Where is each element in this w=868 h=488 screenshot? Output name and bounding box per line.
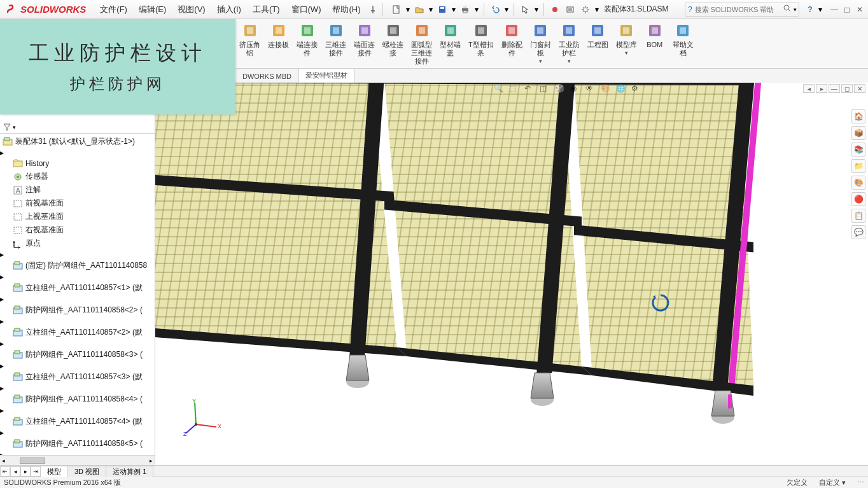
prev-view-icon[interactable]: ↶ [524, 84, 537, 97]
tree-h-scrollbar[interactable]: ◂ ▸ [0, 455, 155, 465]
tree-filter-bar[interactable]: ▾ [0, 121, 155, 134]
tab-last-button[interactable]: ⇥ [31, 466, 41, 477]
expand-icon[interactable]: ▸ [0, 272, 4, 281]
tree-item[interactable]: 防护网组件_AAT1101140858<2> ( [0, 303, 155, 317]
dropdown-icon[interactable]: ▾ [568, 58, 571, 64]
expand-icon[interactable]: ▸ [0, 450, 4, 455]
expand-icon[interactable]: ▸ [0, 148, 4, 157]
ribbon-button-15[interactable]: 帮助文档 [669, 19, 697, 68]
tree-item[interactable]: 防护网组件_AAT1101140858<5> ( [0, 437, 155, 450]
home-icon[interactable]: 🏠 [851, 109, 865, 123]
tree-item[interactable]: 立柱组件_AAT1101140857<3> (默 [0, 370, 155, 384]
dropdown-icon[interactable]: ▾ [405, 5, 411, 14]
help-button[interactable]: ? [803, 3, 817, 17]
tree-item[interactable]: 立柱组件_AAT1101140857<1> (默 [0, 281, 155, 295]
tab-next-button[interactable]: ▸ [20, 466, 31, 477]
vp-maximize-button[interactable]: ◻ [841, 84, 853, 93]
forum-icon[interactable]: 💬 [851, 225, 865, 239]
dropdown-icon[interactable]: ▾ [625, 50, 628, 56]
vp-close-button[interactable]: ✕ [854, 84, 865, 93]
status-custom-label[interactable]: 自定义 ▾ [819, 478, 846, 487]
ribbon-button-4[interactable]: 端面连接件 [350, 19, 379, 68]
tree-item[interactable]: 防护网组件_AAT1101140858<4> ( [0, 393, 155, 406]
view-orientation-icon[interactable]: 🎲 [555, 84, 568, 97]
expand-icon[interactable]: ▸ [0, 317, 4, 326]
menu-tools[interactable]: 工具(T) [248, 1, 285, 18]
vp-minimize-button[interactable]: — [829, 84, 840, 93]
vp-prev-button[interactable]: ◂ [803, 84, 815, 93]
expand-icon[interactable]: ▸ [0, 295, 4, 303]
file-explorer-icon[interactable]: 📁 [851, 159, 865, 173]
expand-icon[interactable]: ▸ [0, 339, 4, 348]
expand-icon[interactable]: ▸ [0, 384, 4, 393]
expand-icon[interactable]: ▸ [0, 250, 4, 259]
select-icon[interactable] [518, 3, 532, 17]
tab-model[interactable]: 模型 [40, 466, 68, 477]
ribbon-button-11[interactable]: 工业防护栏▾ [555, 19, 584, 68]
tree-root[interactable]: 装配体31 (默认<默认_显示状态-1>) [0, 135, 155, 148]
menu-insert[interactable]: 插入(I) [212, 1, 246, 18]
settings-icon[interactable] [578, 3, 592, 17]
tree-item[interactable]: 前视基准面 [0, 197, 155, 210]
pin-icon[interactable] [366, 3, 380, 17]
tree-item[interactable]: 右视基准面 [0, 223, 155, 237]
dropdown-icon[interactable]: ▾ [473, 5, 480, 14]
search-icon[interactable] [783, 4, 792, 15]
save-icon[interactable] [435, 3, 449, 17]
minimize-button[interactable]: — [829, 4, 840, 15]
new-doc-icon[interactable] [389, 3, 403, 17]
tree-item[interactable]: 立柱组件_AAT1101140857<2> (默 [0, 326, 155, 339]
tab-first-button[interactable]: ⇤ [0, 466, 10, 477]
vp-next-button[interactable]: ▸ [816, 84, 827, 93]
tree-item[interactable]: 立柱组件_AAT1101140857<4> (默 [0, 415, 155, 428]
dropdown-icon[interactable]: ▾ [794, 6, 797, 13]
tab-aat-aluminum[interactable]: 爱安特铝型材 [298, 68, 354, 83]
maximize-button[interactable]: ◻ [841, 4, 853, 15]
dropdown-icon[interactable]: ▾ [503, 5, 510, 14]
tree-item[interactable]: History [0, 157, 155, 170]
tab-motion-study[interactable]: 运动算例 1 [106, 466, 153, 477]
ribbon-button-2[interactable]: 端连接件 [293, 19, 321, 68]
menu-window[interactable]: 窗口(W) [286, 1, 326, 18]
custom-props-icon[interactable]: 📋 [851, 209, 865, 223]
ribbon-button-1[interactable]: 连接板 [264, 19, 293, 68]
appearances-icon[interactable]: 🔴 [851, 192, 865, 206]
help-search-input[interactable] [695, 6, 783, 13]
menu-edit[interactable]: 编辑(E) [134, 1, 171, 18]
dropdown-icon[interactable]: ▾ [533, 5, 540, 14]
tree-item[interactable]: 防护网组件_AAT1101140858<3> ( [0, 348, 155, 361]
menu-help[interactable]: 帮助(H) [327, 1, 365, 18]
tab-prev-button[interactable]: ◂ [10, 466, 20, 477]
tab-3d-views[interactable]: 3D 视图 [67, 466, 106, 477]
section-view-icon[interactable]: ◫ [540, 84, 552, 97]
options-icon[interactable] [563, 3, 577, 17]
tree-item[interactable]: 原点 [0, 237, 155, 250]
zoom-fit-icon[interactable]: 🔍 [494, 84, 507, 97]
orientation-triad[interactable]: X Y Z [183, 399, 221, 437]
ribbon-button-9[interactable]: 删除配件 [498, 19, 526, 68]
ribbon-button-14[interactable]: BOM [641, 19, 669, 68]
ribbon-button-6[interactable]: 圆弧型三维连接件 [407, 19, 436, 68]
tree-item[interactable]: A注解 [0, 183, 155, 197]
ribbon-button-3[interactable]: 三维连接件 [321, 19, 350, 68]
dropdown-icon[interactable]: ▾ [539, 58, 542, 64]
menu-view[interactable]: 视图(V) [172, 1, 210, 18]
dropdown-icon[interactable]: ▾ [817, 5, 823, 14]
expand-icon[interactable]: ▸ [0, 361, 4, 370]
menu-file[interactable]: 文件(F) [95, 1, 132, 18]
dropdown-icon[interactable]: ▾ [451, 5, 457, 14]
expand-icon[interactable]: ▸ [0, 428, 4, 437]
ribbon-button-8[interactable]: T型槽扣条 [465, 19, 498, 68]
tree-item[interactable]: 传感器 [0, 170, 155, 183]
close-button[interactable]: ✕ [854, 4, 865, 15]
dropdown-icon[interactable]: ▾ [428, 5, 434, 14]
dropdown-icon[interactable]: ▾ [13, 124, 16, 130]
ribbon-button-7[interactable]: 型材端盖 [436, 19, 465, 68]
hide-show-icon[interactable]: 👁 [585, 84, 598, 97]
view-palette-icon[interactable]: 🎨 [851, 176, 865, 190]
help-search[interactable]: ? ▾ [685, 3, 799, 17]
display-style-icon[interactable]: ◉ [570, 84, 583, 97]
open-icon[interactable] [412, 3, 426, 17]
expand-icon[interactable]: ▸ [0, 406, 4, 415]
resources-icon[interactable]: 📦 [851, 126, 865, 140]
